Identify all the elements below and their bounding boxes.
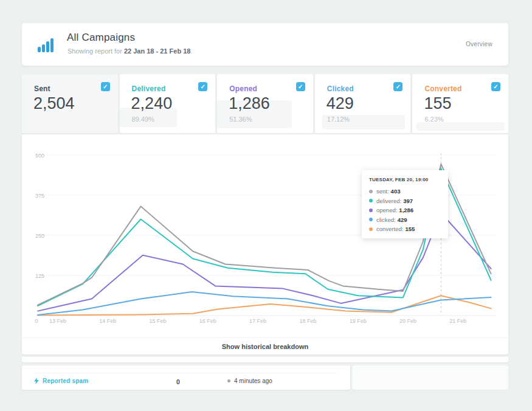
stat-label: Delivered	[132, 85, 166, 93]
stat-percent: 89.49%	[132, 116, 154, 123]
show-historical-breakdown-button[interactable]: Show historical breakdown	[22, 337, 508, 354]
tooltip-row-converted: converted:155	[369, 226, 441, 232]
series-dot-icon	[369, 218, 373, 221]
series-dot-icon	[369, 199, 373, 202]
stat-checkbox-delivered[interactable]: ✓	[198, 82, 207, 91]
y-axis-label: 500	[35, 153, 44, 159]
tooltip-value: 155	[405, 226, 415, 232]
stat-value: 155	[424, 94, 451, 113]
series-line-clicked	[38, 292, 491, 315]
x-axis-label: 0	[35, 318, 38, 324]
report-suffix: .	[190, 47, 192, 55]
tooltip-value: 429	[398, 216, 407, 223]
stat-label: Converted	[424, 85, 461, 93]
reported-spam-card: Reported spam 0 4 minutes ago	[22, 365, 350, 390]
chart-card: TUESDAY, FEB 20, 19:00 sent:403delivered…	[22, 134, 508, 354]
page-title: All Campaigns	[67, 32, 135, 44]
card-bottom-strip	[22, 357, 508, 362]
report-date-range: 22 Jan 18 - 21 Feb 18	[124, 47, 190, 55]
stats-row: Sent2,504✓Delivered2,24089.49%✓Opened1,2…	[22, 74, 508, 133]
last-updated: 4 minutes ago	[227, 378, 272, 384]
tooltip-label: sent:	[376, 188, 389, 195]
x-axis-label: 17 Feb	[249, 318, 266, 324]
reported-spam-label: Reported spam	[43, 378, 88, 384]
stat-card-converted[interactable]: Converted1556.23%✓	[412, 74, 508, 133]
x-axis-label: 18 Feb	[299, 318, 316, 324]
tooltip-row-delivered: delivered:397	[369, 198, 441, 204]
report-prefix: Showing report for	[67, 47, 124, 55]
tooltip-row-sent: sent:403	[369, 188, 441, 195]
reported-spam-link[interactable]: Reported spam	[34, 378, 88, 384]
stat-checkbox-clicked[interactable]: ✓	[393, 82, 402, 91]
stat-percent: 17.12%	[327, 116, 350, 123]
overview-link[interactable]: Overview	[466, 41, 492, 47]
tooltip-rows: sent:403delivered:397opened:1,286clicked…	[369, 188, 441, 232]
stat-card-delivered[interactable]: Delivered2,24089.49%✓	[120, 74, 216, 133]
stat-percent: 51.36%	[229, 116, 252, 123]
tooltip-label: converted:	[376, 226, 403, 232]
stat-percent: 6.23%	[424, 116, 443, 123]
x-axis-label: 14 Feb	[99, 318, 116, 324]
y-axis-label: 125	[35, 273, 44, 279]
tooltip-row-opened: opened:1,286	[369, 207, 441, 213]
y-axis-label: 375	[35, 193, 44, 199]
bar-chart-icon	[38, 36, 57, 52]
tooltip-label: opened:	[376, 207, 397, 213]
stat-card-opened[interactable]: Opened1,28651.36%✓	[217, 74, 313, 133]
stat-checkbox-opened[interactable]: ✓	[296, 82, 305, 91]
bottom-side-panel	[352, 365, 508, 390]
stat-checkbox-sent[interactable]: ✓	[101, 82, 110, 91]
lightning-bolt-icon	[34, 378, 39, 384]
header-card: All Campaigns Showing report for 22 Jan …	[22, 23, 508, 66]
tooltip-label: delivered:	[376, 198, 401, 204]
dashboard-page: All Campaigns Showing report for 22 Jan …	[0, 0, 532, 411]
x-axis-label: 13 Feb	[49, 318, 66, 324]
divider	[34, 373, 337, 373]
y-axis-label: 250	[35, 233, 44, 239]
tooltip-title: TUESDAY, FEB 20, 19:00	[369, 177, 441, 182]
stat-checkbox-converted[interactable]: ✓	[491, 82, 500, 91]
x-axis-label: 16 Feb	[199, 318, 216, 324]
reported-spam-count: 0	[176, 378, 180, 385]
stat-card-clicked[interactable]: Clicked42917.12%✓	[315, 74, 411, 133]
x-axis-label: 20 Feb	[399, 318, 416, 324]
tooltip-row-clicked: clicked:429	[369, 216, 441, 223]
stat-label: Sent	[34, 85, 50, 93]
series-dot-icon	[369, 227, 373, 231]
stat-label: Clicked	[327, 85, 354, 93]
stat-card-sent[interactable]: Sent2,504✓	[22, 74, 118, 133]
status-dot-icon	[227, 379, 230, 382]
stat-value: 2,504	[33, 94, 75, 113]
last-updated-text: 4 minutes ago	[234, 378, 272, 384]
tooltip-value: 397	[403, 198, 413, 204]
series-dot-icon	[369, 209, 373, 212]
report-subtitle: Showing report for 22 Jan 18 - 21 Feb 18…	[67, 47, 192, 55]
x-axis-label: 19 Feb	[350, 318, 367, 324]
tooltip-label: clicked:	[376, 216, 396, 223]
x-axis-label: 15 Feb	[150, 318, 167, 324]
x-axis-label: 21 Feb	[449, 318, 466, 324]
chart-tooltip: TUESDAY, FEB 20, 19:00 sent:403delivered…	[362, 170, 448, 238]
stat-value: 2,240	[131, 94, 173, 113]
stat-value: 1,286	[229, 94, 270, 113]
stat-label: Opened	[229, 85, 257, 93]
tooltip-value: 403	[391, 188, 401, 195]
tooltip-value: 1,286	[399, 207, 413, 213]
stat-value: 429	[326, 94, 354, 113]
series-dot-icon	[369, 190, 373, 193]
